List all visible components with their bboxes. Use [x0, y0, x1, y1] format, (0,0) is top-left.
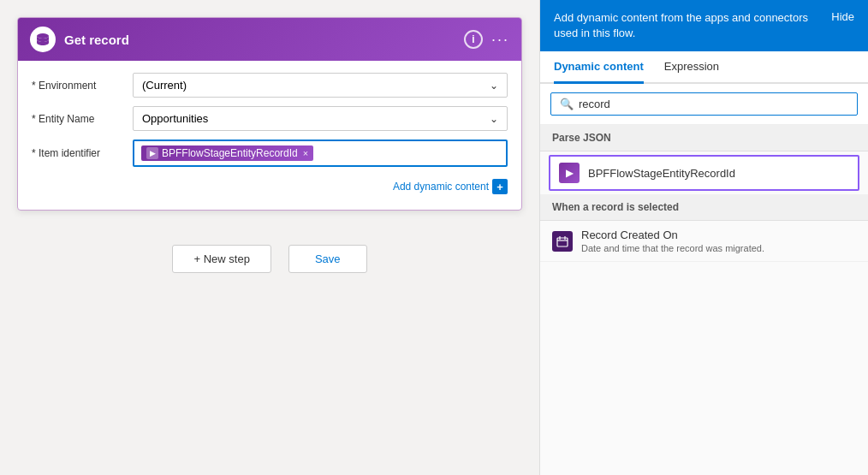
- info-icon[interactable]: i: [464, 30, 483, 49]
- card-title: Get record: [64, 33, 129, 47]
- svg-point-0: [37, 33, 49, 39]
- search-box-wrapper: 🔍: [540, 84, 868, 125]
- entity-label: * Entity Name: [32, 113, 126, 125]
- environment-row: * Environment (Current) ⌄: [32, 73, 508, 98]
- record-created-desc: Date and time that the record was migrat…: [581, 243, 764, 253]
- token-close-icon[interactable]: ×: [303, 148, 308, 158]
- entity-row: * Entity Name Opportunities ⌄: [32, 106, 508, 131]
- add-dynamic-row: Add dynamic content +: [32, 175, 508, 198]
- card-header: Get record i ···: [18, 18, 521, 61]
- search-input[interactable]: [579, 98, 848, 110]
- card-header-right: i ···: [464, 30, 509, 49]
- chevron-down-icon-entity: ⌄: [490, 113, 498, 125]
- record-created-item[interactable]: Record Created On Date and time that the…: [540, 221, 868, 262]
- database-icon: [30, 27, 56, 52]
- new-step-button[interactable]: + New step: [172, 245, 271, 273]
- tab-expression[interactable]: Expression: [664, 51, 719, 84]
- right-content: Parse JSON ▶ BPFFlowStageEntityRecordId …: [540, 125, 868, 475]
- card-body: * Environment (Current) ⌄ * Entity Name …: [18, 61, 521, 210]
- parse-json-section-header: Parse JSON: [540, 125, 868, 151]
- svg-rect-1: [557, 238, 568, 246]
- add-dynamic-plus-icon[interactable]: +: [492, 179, 508, 194]
- add-dynamic-link[interactable]: Add dynamic content: [393, 181, 489, 193]
- environment-value: (Current): [142, 79, 187, 92]
- record-created-icon: [552, 231, 573, 252]
- item-identifier-row: * Item identifier ▶ BPFFlowStageEntityRe…: [32, 140, 508, 167]
- tab-dynamic-content[interactable]: Dynamic content: [554, 51, 644, 84]
- item-identifier-field[interactable]: ▶ BPFFlowStageEntityRecordId ×: [133, 140, 508, 167]
- environment-label: * Environment: [32, 80, 126, 92]
- item-label: * Item identifier: [32, 147, 126, 159]
- save-button[interactable]: Save: [288, 245, 367, 273]
- left-panel: Get record i ··· * Environment (Current)…: [0, 0, 539, 475]
- search-box: 🔍: [550, 92, 858, 116]
- search-icon: 🔍: [560, 98, 574, 110]
- action-buttons: + New step Save: [172, 245, 366, 273]
- right-panel: Add dynamic content from the apps and co…: [539, 0, 868, 475]
- right-panel-header: Add dynamic content from the apps and co…: [540, 0, 868, 51]
- entity-value: Opportunities: [142, 112, 208, 125]
- token-label: BPFFlowStageEntityRecordId: [162, 147, 298, 159]
- record-created-text: Record Created On Date and time that the…: [581, 229, 764, 253]
- token-chip: ▶ BPFFlowStageEntityRecordId ×: [141, 145, 313, 161]
- get-record-card: Get record i ··· * Environment (Current)…: [17, 17, 522, 211]
- more-options-icon[interactable]: ···: [491, 31, 509, 49]
- entity-dropdown[interactable]: Opportunities ⌄: [133, 106, 508, 131]
- chevron-down-icon: ⌄: [490, 80, 498, 92]
- record-created-label: Record Created On: [581, 229, 764, 241]
- token-icon: ▶: [146, 147, 158, 159]
- right-header-text: Add dynamic content from the apps and co…: [554, 10, 823, 41]
- hide-link[interactable]: Hide: [831, 10, 854, 23]
- when-record-section-header: When a record is selected: [540, 194, 868, 221]
- right-tabs: Dynamic content Expression: [540, 51, 868, 84]
- bpf-flow-item[interactable]: ▶ BPFFlowStageEntityRecordId: [549, 155, 859, 191]
- card-header-left: Get record: [30, 27, 129, 52]
- environment-dropdown[interactable]: (Current) ⌄: [133, 73, 508, 98]
- bpf-item-icon: ▶: [559, 163, 580, 183]
- bpf-item-label: BPFFlowStageEntityRecordId: [588, 167, 735, 180]
